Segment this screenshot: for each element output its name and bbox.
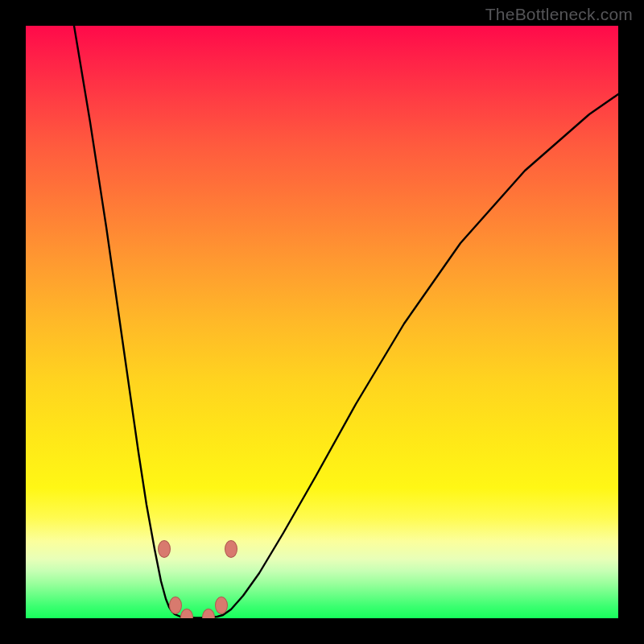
upper-left-marker bbox=[158, 540, 171, 558]
markers-layer bbox=[26, 26, 618, 618]
lower-left-marker bbox=[169, 597, 182, 614]
lower-right-marker bbox=[215, 597, 228, 614]
chart-frame: TheBottleneck.com bbox=[0, 0, 644, 644]
watermark-text: TheBottleneck.com bbox=[485, 5, 633, 24]
upper-right-marker bbox=[225, 540, 237, 558]
valley-right-marker bbox=[202, 609, 215, 618]
plot-area bbox=[26, 26, 618, 618]
valley-left-marker bbox=[180, 609, 193, 618]
